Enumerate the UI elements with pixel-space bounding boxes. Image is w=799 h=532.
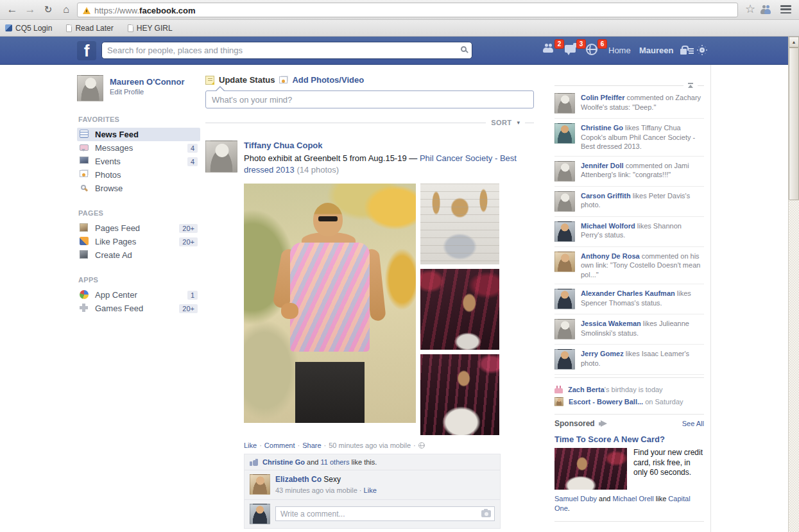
sidebar-item-like-pages[interactable]: Like Pages 20+	[77, 235, 200, 248]
write-comment-input[interactable]	[275, 506, 495, 521]
like-pages-icon	[80, 237, 89, 245]
messages-button[interactable]: 3	[565, 44, 581, 58]
facebook-logo[interactable]: f	[77, 41, 96, 60]
ticker-actor-link[interactable]: Jennifer Doll	[581, 162, 624, 169]
search-input[interactable]	[101, 42, 472, 59]
bookmark-star-icon[interactable]: ☆	[743, 2, 757, 16]
reload-button[interactable]: ↻	[40, 1, 56, 18]
commenter-avatar[interactable]	[250, 474, 270, 495]
sidebar-item-events[interactable]: Events 4	[77, 155, 200, 168]
like-link[interactable]: Like	[244, 442, 257, 449]
home-button[interactable]: ⌂	[58, 1, 74, 18]
post-photo-main[interactable]	[244, 184, 416, 423]
sidebar-item-label: App Center	[95, 290, 137, 300]
ad-liker-link[interactable]: Michael Orell	[613, 495, 654, 502]
ticker-item[interactable]: Christine Go likes Tiffany Chua Copok's …	[554, 119, 704, 157]
ticker-actor-link[interactable]: Christine Go	[581, 124, 623, 132]
post-author-link[interactable]: Tiffany Chua Copok	[244, 141, 323, 150]
forward-button[interactable]: →	[22, 1, 39, 18]
update-status-tab[interactable]: Update Status	[219, 75, 275, 85]
bookmark-hey-girl[interactable]: HEY GIRL	[128, 24, 173, 33]
sidebar-item-pages-feed[interactable]: Pages Feed 20+	[77, 221, 200, 235]
address-bar[interactable]: https://www.facebook.com	[77, 3, 738, 17]
post-photo-thumb-1[interactable]	[420, 184, 499, 264]
dot-separator: ·	[359, 486, 362, 494]
profile-name-link[interactable]: Maureen O'Connor	[110, 77, 185, 87]
profile-avatar[interactable]	[77, 75, 103, 101]
page-scrollbar[interactable]: ▲	[788, 37, 799, 532]
nav-profile[interactable]: Maureen	[639, 46, 673, 55]
see-all-link[interactable]: See All	[682, 420, 704, 427]
ticker-avatar	[554, 289, 575, 309]
ticker-avatar	[554, 123, 575, 144]
privacy-shortcuts-button[interactable]	[680, 46, 694, 55]
event-row[interactable]: Escort - Bowery Ball... on Saturday	[554, 395, 704, 408]
bookmark-read-later[interactable]: Read Later	[66, 24, 113, 33]
ticker-actor-link[interactable]: Anthony De Rosa	[581, 252, 640, 260]
comment-link[interactable]: Comment	[264, 442, 295, 449]
events-count-badge: 4	[187, 157, 198, 166]
post-author-avatar[interactable]	[205, 141, 237, 173]
status-composer-input[interactable]	[205, 90, 534, 108]
ticker-item[interactable]: Jerry Gomez likes Isaac Leamer's photo.	[554, 345, 704, 375]
post-photo-thumb-3[interactable]	[420, 354, 499, 435]
commenter-link[interactable]: Elizabeth Co	[275, 475, 322, 484]
ad-liker-link[interactable]: Samuel Duby	[554, 495, 597, 502]
event-link[interactable]: Escort - Bowery Ball...	[569, 398, 643, 406]
settings-gear-icon[interactable]	[700, 47, 705, 53]
event-thumbnail	[554, 397, 563, 406]
ticker-item[interactable]: Michael Wolford likes Shannon Perry's st…	[554, 217, 704, 247]
sidebar-item-photos[interactable]: Photos	[77, 168, 200, 182]
camera-icon[interactable]	[481, 510, 491, 517]
edit-profile-link[interactable]: Edit Profile	[110, 88, 185, 96]
ad-image[interactable]	[554, 448, 627, 490]
sidebar-item-browse[interactable]: Browse	[77, 182, 200, 195]
ticker-item[interactable]: Jennifer Doll commented on Jami Attenber…	[554, 157, 704, 187]
share-link[interactable]: Share	[302, 442, 321, 449]
sidebar-item-label: Create Ad	[95, 250, 132, 260]
sidebar-item-create-ad[interactable]: Create Ad	[77, 248, 200, 262]
comment-like-link[interactable]: Like	[364, 486, 377, 494]
sidebar-item-app-center[interactable]: App Center 1	[77, 288, 200, 302]
nav-home[interactable]: Home	[608, 46, 631, 55]
sidebar-item-messages[interactable]: Messages 4	[77, 141, 200, 155]
ad-title-link[interactable]: Time To Score A New Card?	[554, 434, 704, 444]
sidebar-item-label: Events	[95, 157, 121, 166]
friend-requests-button[interactable]: 2	[543, 44, 560, 58]
ticker-actor-link[interactable]: Alexander Charles Kaufman	[581, 289, 675, 297]
search-icon[interactable]	[461, 46, 467, 52]
ticker-item[interactable]: Carson Griffith likes Peter Davis's phot…	[554, 187, 704, 217]
ticker-item[interactable]: Jessica Wakeman likes Julieanne Smolinsk…	[554, 314, 704, 345]
ticker-item[interactable]: Alexander Charles Kaufman likes Spencer …	[554, 284, 704, 314]
notifications-button[interactable]: 6	[586, 44, 603, 58]
privacy-globe-icon	[418, 442, 425, 449]
post-timestamp[interactable]: 50 minutes ago via mobile	[329, 442, 411, 449]
post-photo-thumb-2[interactable]	[420, 269, 499, 350]
security-warning-icon	[83, 7, 90, 14]
ticker-actor-link[interactable]: Jessica Wakeman	[581, 320, 641, 327]
bookmark-cq5-login[interactable]: CQ5 Login	[5, 24, 52, 33]
birthday-row[interactable]: Zach Berta's birthday is today	[554, 384, 704, 395]
ticker-actor-link[interactable]: Carson Griffith	[581, 192, 631, 200]
ticker-actor-link[interactable]: Michael Wolford	[581, 222, 635, 230]
scroll-up-button[interactable]: ▲	[789, 37, 799, 47]
sidebar-item-news-feed[interactable]: News Feed	[77, 128, 200, 141]
sort-button[interactable]: SORT	[491, 119, 511, 126]
scrollbar-thumb[interactable]	[789, 47, 799, 200]
back-button[interactable]: ←	[4, 1, 21, 18]
browser-profile-icon[interactable]	[760, 5, 775, 15]
add-photos-tab[interactable]: Add Photos/Video	[292, 75, 364, 85]
collapse-ticker-icon[interactable]	[687, 83, 694, 89]
sidebar-item-games-feed[interactable]: Games Feed 20+	[77, 302, 200, 315]
ticker-item[interactable]: Colin Pfeiffer commented on Zachary Wool…	[554, 89, 704, 119]
ticker-actor-link[interactable]: Jerry Gomez	[581, 350, 624, 357]
browser-menu-icon[interactable]	[780, 5, 791, 14]
sidebar-item-label: Browse	[95, 184, 123, 193]
ticker-item[interactable]: Anthony De Rosa commented on his own lin…	[554, 247, 704, 285]
ad-social-and: and	[597, 495, 612, 502]
news-feed-icon	[80, 130, 89, 138]
ticker-actor-link[interactable]: Colin Pfeiffer	[581, 94, 624, 101]
liker-link[interactable]: Christine Go	[262, 458, 305, 466]
other-likers-link[interactable]: 11 others	[320, 458, 349, 466]
birthday-person-link[interactable]: Zach Berta	[568, 386, 605, 393]
